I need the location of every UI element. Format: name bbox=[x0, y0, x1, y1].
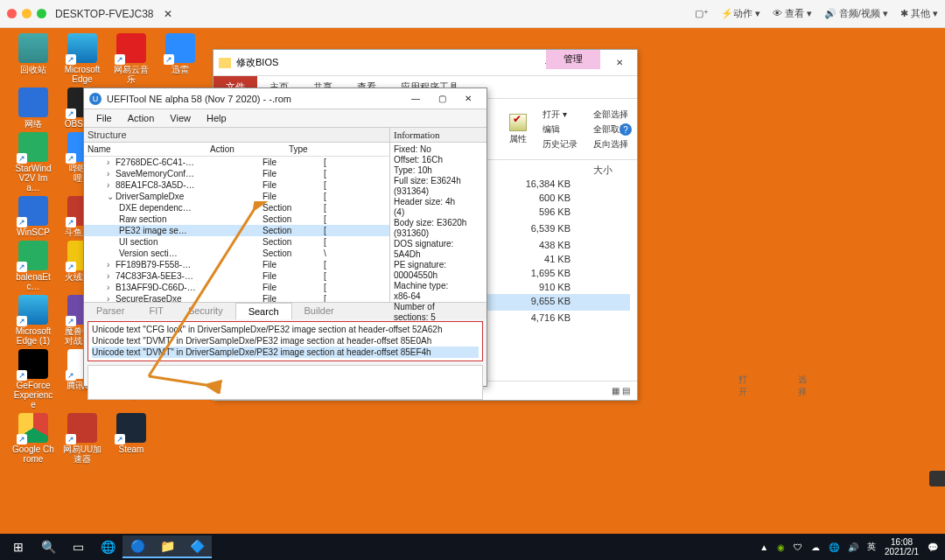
app-icon bbox=[116, 33, 146, 63]
uefi-title: UEFITool NE alpha 58 (Nov 7 2020) - -.ro… bbox=[107, 94, 291, 104]
desktop-icon[interactable]: Google Chrome bbox=[12, 413, 54, 464]
close-icon[interactable] bbox=[7, 9, 17, 18]
rb-edit[interactable]: 编辑 bbox=[542, 123, 578, 136]
tree-row[interactable]: FF189B79-F558-…File[ bbox=[84, 259, 389, 270]
info-pane: Information Fixed: No Offset: 16Ch Type:… bbox=[390, 128, 486, 302]
app-icon bbox=[18, 88, 48, 117]
uefitool-window[interactable]: U UEFITool NE alpha 58 (Nov 7 2020) - -.… bbox=[83, 88, 487, 387]
desktop-icon[interactable]: 回收站 bbox=[12, 33, 54, 84]
tree-row[interactable]: DriverSampleDxeFile[ bbox=[84, 191, 389, 202]
tray-icon[interactable]: ☁ bbox=[811, 542, 820, 552]
tb-teamviewer[interactable]: 🔵 bbox=[122, 536, 152, 558]
tab-security[interactable]: Security bbox=[176, 303, 235, 319]
remote-toolbar[interactable]: ▢⁺ ⚡动作 ▾ 👁 查看 ▾ 🔊 音频/视频 ▾ ✱ 其他 ▾ bbox=[695, 7, 938, 20]
tb-other[interactable]: ✱ 其他 ▾ bbox=[900, 7, 938, 20]
nvidia-icon[interactable]: ◉ bbox=[777, 542, 785, 552]
tb-uefitool[interactable]: 🔷 bbox=[182, 536, 212, 558]
app-icon bbox=[67, 33, 97, 63]
rb-open[interactable]: 打开 ▾ bbox=[542, 108, 578, 121]
ime-indicator[interactable]: 英 bbox=[867, 541, 876, 553]
clock[interactable]: 16:08 2021/2/1 bbox=[885, 537, 919, 556]
tree-row[interactable]: B13AFF9D-C66D-…File[ bbox=[84, 282, 389, 293]
desktop-icon[interactable]: 网易UU加速器 bbox=[61, 413, 103, 464]
search-result[interactable]: Unicode text "DVMT" in DriverSampleDxe/P… bbox=[92, 346, 479, 358]
desktop-icon[interactable]: GeForce Experience bbox=[12, 349, 54, 410]
structure-pane[interactable]: Structure Name Action Type F2768DEC-6C41… bbox=[84, 128, 390, 302]
minimize-button[interactable]: — bbox=[402, 89, 429, 108]
desktop-icon[interactable]: StarWind V2V Ima… bbox=[12, 132, 54, 192]
taskbar[interactable]: ⊞ 🔍 ▭ 🌐 🔵 📁 🔷 ▲ ◉ 🛡 ☁ 🌐 🔊 英 16:08 2021/2… bbox=[0, 534, 945, 560]
taskview-button[interactable]: ▭ bbox=[63, 536, 93, 558]
context-tab[interactable]: 管理 bbox=[546, 50, 600, 69]
side-widget[interactable] bbox=[929, 471, 945, 486]
tb-display[interactable]: ▢⁺ bbox=[695, 7, 709, 20]
volume-icon[interactable]: 🔊 bbox=[848, 542, 858, 552]
system-tray[interactable]: ▲ ◉ 🛡 ☁ 🌐 🔊 英 16:08 2021/2/1 💬 bbox=[760, 537, 942, 556]
desktop-icon[interactable]: Steam bbox=[110, 413, 152, 464]
desktop-icon[interactable]: 网络 bbox=[12, 88, 54, 129]
tb-actions[interactable]: ⚡动作 ▾ bbox=[721, 7, 760, 20]
tree-row[interactable]: Raw sectionSection[ bbox=[84, 214, 389, 225]
menu-view[interactable]: View bbox=[163, 111, 198, 125]
tree-row[interactable]: 74C83F3A-5EE3-…File[ bbox=[84, 270, 389, 282]
window-controls[interactable] bbox=[7, 9, 46, 18]
app-icon bbox=[18, 295, 48, 325]
app-icon: U bbox=[89, 93, 102, 105]
close-button[interactable]: ✕ bbox=[602, 51, 637, 75]
uefi-menubar[interactable]: File Action View Help bbox=[84, 109, 486, 127]
minimize-icon[interactable] bbox=[22, 9, 32, 18]
properties-icon bbox=[509, 114, 527, 131]
tree-row[interactable]: SecureEraseDxeFile[ bbox=[84, 293, 389, 302]
menu-action[interactable]: Action bbox=[121, 111, 162, 125]
folder-icon bbox=[219, 58, 231, 68]
desktop-icon[interactable]: WinSCP bbox=[12, 196, 54, 237]
search-results[interactable]: Unicode text "CFG lock" in DriverSampleD… bbox=[88, 321, 483, 361]
tab-search[interactable]: Search bbox=[235, 303, 292, 319]
help-icon[interactable]: ? bbox=[620, 123, 632, 136]
desktop-icon[interactable]: 迅雷 bbox=[159, 33, 201, 84]
tree-row[interactable]: 88EA1FC8-3A5D-…File[ bbox=[84, 179, 389, 191]
rb-selinv[interactable]: 反向选择 bbox=[593, 138, 628, 150]
menu-help[interactable]: Help bbox=[200, 111, 234, 125]
tb-audio[interactable]: 🔊 音频/视频 ▾ bbox=[824, 7, 888, 20]
desktop-icon[interactable]: balenaEtc… bbox=[12, 241, 54, 291]
tray-icon[interactable]: ▲ bbox=[760, 542, 768, 552]
remote-titlebar: DESKTOP-FVEJC38 ✕ ▢⁺ ⚡动作 ▾ 👁 查看 ▾ 🔊 音频/视… bbox=[0, 0, 945, 28]
tree-row[interactable]: F2768DEC-6C41-…File[ bbox=[84, 157, 389, 168]
tree-row[interactable]: SaveMemoryConf…File[ bbox=[84, 168, 389, 179]
tab-builder[interactable]: Builder bbox=[292, 303, 346, 319]
tree-row[interactable]: Version secti…Section\ bbox=[84, 248, 389, 259]
menu-file[interactable]: File bbox=[89, 111, 119, 125]
notifications-icon[interactable]: 💬 bbox=[928, 542, 938, 552]
tab-fit[interactable]: FIT bbox=[136, 303, 176, 319]
remote-host: DESKTOP-FVEJC38 bbox=[55, 8, 153, 20]
tree-row[interactable]: PE32 image se…Section[ bbox=[84, 225, 389, 236]
close-button[interactable]: ✕ bbox=[455, 89, 481, 108]
rb-properties[interactable]: 属性 bbox=[509, 114, 527, 145]
rb-history[interactable]: 历史记录 bbox=[542, 138, 578, 150]
tree-columns[interactable]: Name Action Type bbox=[84, 143, 389, 157]
desktop-icon[interactable]: 网易云音乐 bbox=[110, 33, 152, 84]
maximize-button[interactable]: ▢ bbox=[429, 89, 455, 108]
tree-row[interactable]: UI sectionSection[ bbox=[84, 236, 389, 248]
tree-row[interactable]: DXE dependenc…Section[ bbox=[84, 202, 389, 214]
tb-explorer[interactable]: 📁 bbox=[152, 536, 182, 558]
tb-view[interactable]: 👁 查看 ▾ bbox=[773, 7, 812, 20]
search-result[interactable]: Unicode text "CFG lock" in DriverSampleD… bbox=[92, 324, 479, 335]
start-button[interactable]: ⊞ bbox=[4, 536, 33, 558]
desktop-icon[interactable]: Microsoft Edge (1) bbox=[12, 295, 54, 346]
search-button[interactable]: 🔍 bbox=[33, 536, 63, 558]
rb-selall[interactable]: 全部选择 bbox=[593, 108, 628, 121]
desktop-icon[interactable]: Microsoft Edge bbox=[61, 33, 103, 84]
info-body: Fixed: No Offset: 16Ch Type: 10h Full si… bbox=[390, 143, 486, 335]
uefi-titlebar[interactable]: U UEFITool NE alpha 58 (Nov 7 2020) - -.… bbox=[84, 88, 486, 109]
app-icon bbox=[165, 33, 195, 63]
app-icon bbox=[18, 413, 48, 443]
app-icon bbox=[67, 413, 97, 443]
tb-edge[interactable]: 🌐 bbox=[93, 536, 122, 558]
tab-parser[interactable]: Parser bbox=[84, 303, 136, 319]
tray-icon[interactable]: 🛡 bbox=[794, 542, 802, 552]
network-icon[interactable]: 🌐 bbox=[829, 542, 839, 552]
maximize-icon[interactable] bbox=[37, 9, 46, 18]
search-result[interactable]: Unicode text "DVMT" in DriverSampleDxe/P… bbox=[92, 335, 479, 346]
